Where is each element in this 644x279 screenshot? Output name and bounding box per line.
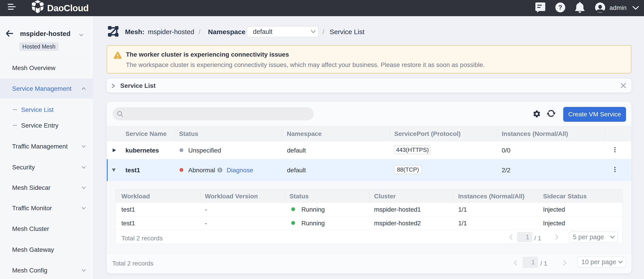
svg-text:?: ? [558, 4, 562, 11]
